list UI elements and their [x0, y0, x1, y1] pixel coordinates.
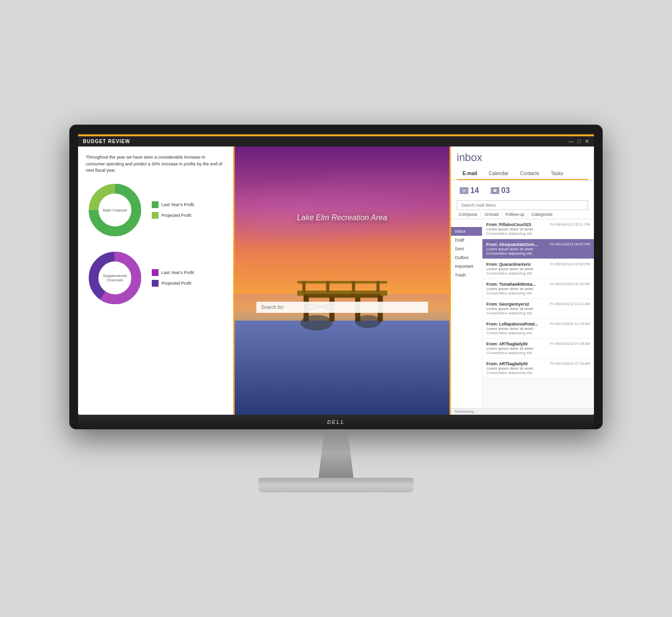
- legend-label-3: Last Year's Profit: [161, 270, 194, 275]
- categorize-button[interactable]: Categorize: [529, 212, 555, 217]
- mail-item[interactable]: From: QuarantineXeric Fri 09/14/2012 03:…: [482, 259, 594, 279]
- mail-preview: Lorem ipsum dolor sit amet: [486, 326, 590, 331]
- mail-body: Consectetur adipiscing elit.: [486, 271, 590, 276]
- mail-date: Fri 09/14/2012 07:28 AM: [550, 361, 590, 366]
- minimize-button[interactable]: —: [568, 138, 574, 145]
- legend-color-3: [152, 269, 159, 276]
- status-bar: Refreshing...: [451, 408, 594, 415]
- svg-rect-14: [297, 281, 387, 283]
- svg-point-19: [300, 315, 332, 330]
- chart1-label: Main Channel: [100, 208, 129, 212]
- mail-search-input[interactable]: [457, 200, 588, 210]
- legend-color-2: [152, 212, 159, 219]
- folder-inbox[interactable]: Inbox: [451, 227, 482, 236]
- folder-sent[interactable]: Sent: [451, 244, 482, 253]
- badge-chat-count: 03: [501, 186, 510, 195]
- inbox-body: Inbox Draft Sent Outbox Important Trash: [451, 219, 594, 408]
- monitor-bottom-bezel: DELL: [78, 415, 594, 429]
- monitor: BUDGET REVIEW — □ ✕ Throughout the year …: [69, 125, 603, 492]
- mail-date: Fri 09/14/2012 04:07 PM: [550, 242, 590, 246]
- svg-rect-15: [302, 281, 305, 292]
- legend-label-2: Projected Profit: [161, 213, 192, 218]
- title-bar-wrapper: BUDGET REVIEW — □ ✕: [78, 133, 594, 146]
- svg-rect-16: [326, 281, 329, 292]
- mail-item[interactable]: From: AbsquatulateOsm... Fri 09/14/2012 …: [482, 239, 594, 259]
- legend-item: Last Year's Profit: [152, 201, 194, 208]
- pier-svg: [278, 227, 407, 348]
- mail-item[interactable]: From: ARTbaglady00 Fri 09/14/2012 07:28 …: [482, 358, 594, 378]
- email-icon: ✉: [460, 187, 468, 194]
- mail-preview: Lorem ipsum dolor sit amet: [486, 307, 590, 311]
- badge-email-count: 14: [470, 186, 479, 195]
- mail-preview: Lorem ipsum dolor sit amet: [486, 247, 590, 251]
- mail-preview: Lorem ipsum dolor sit amet: [486, 346, 590, 351]
- svg-rect-7: [304, 294, 381, 298]
- mail-item[interactable]: From: LollapaloosaPotat... Fri 09/14/201…: [482, 319, 594, 339]
- mail-from: From: TomahawkWoma...: [486, 282, 536, 287]
- nav-calendar[interactable]: Calendar: [483, 168, 514, 179]
- svg-point-20: [355, 315, 381, 328]
- legend-item: Projected Profit: [152, 280, 194, 287]
- legend-color-1: [152, 201, 159, 208]
- mail-item[interactable]: From: TomahawkWoma... Fri 09/14/2012 02:…: [482, 279, 594, 299]
- compose-button[interactable]: Compose: [457, 212, 480, 217]
- inbox-panel: inbox E-mail Calendar Contacts Tasks: [451, 146, 594, 415]
- inbox-nav: E-mail Calendar Contacts Tasks: [457, 168, 588, 180]
- folder-important[interactable]: Important: [451, 262, 482, 271]
- folder-sidebar: Inbox Draft Sent Outbox Important Trash: [451, 219, 482, 408]
- lake-panel: Lake Elm Recreation Area: [233, 146, 451, 415]
- mail-preview: Lorem ipsum dolor sit amet: [486, 267, 590, 271]
- chat-badge: 💬 03: [488, 184, 513, 197]
- chart2-donut: SupplementalChannels: [86, 249, 144, 307]
- legend-item: Projected Profit: [152, 212, 194, 219]
- mail-date: Fri 09/14/2012 07:28 AM: [550, 341, 590, 346]
- chart2-label: SupplementalChannels: [100, 274, 129, 282]
- folder-draft[interactable]: Draft: [451, 236, 482, 244]
- mail-from: From: LollapaloosaPotat...: [486, 322, 538, 326]
- mail-from: From: ARTbaglady00: [486, 361, 528, 366]
- mail-body: Consectetur adipiscing elit.: [486, 351, 590, 355]
- unread-button[interactable]: Unread: [482, 212, 501, 217]
- mail-date: Fri 09/14/2012 02:13 PM: [550, 282, 590, 286]
- lake-search-input[interactable]: [256, 302, 428, 313]
- app-window: BUDGET REVIEW — □ ✕ Throughout the year …: [78, 133, 594, 415]
- inbox-toolbar: ✉ 14 💬 03: [451, 180, 594, 219]
- app-title: BUDGET REVIEW: [83, 139, 130, 144]
- inbox-header: inbox E-mail Calendar Contacts Tasks: [451, 146, 594, 180]
- mail-date: Fri 09/14/2012 11:41 AM: [550, 302, 590, 306]
- chat-icon: 💬: [491, 187, 499, 194]
- mail-date: Fri 09/14/2012 11:19 AM: [550, 322, 590, 326]
- mail-item[interactable]: From: Georgiemyers2 Fri 09/14/2012 11:41…: [482, 299, 594, 319]
- monitor-stand-neck: [307, 429, 365, 478]
- close-button[interactable]: ✕: [585, 138, 589, 145]
- mail-preview: Lorem ipsum dolor sit amet: [486, 287, 590, 291]
- mail-item[interactable]: From: ARTbaglady00 Fri 09/14/2012 07:28 …: [482, 339, 594, 358]
- status-text: Refreshing...: [455, 409, 477, 414]
- nav-email[interactable]: E-mail: [457, 168, 483, 179]
- mail-item[interactable]: From: PillalooCouch23 Fri 09/14/2012 05:…: [482, 219, 594, 239]
- followup-button[interactable]: Follow-up: [504, 212, 527, 217]
- folder-list: Inbox Draft Sent Outbox Important Trash: [451, 223, 482, 283]
- nav-tasks[interactable]: Tasks: [545, 168, 569, 179]
- chart1-legend: Last Year's Profit Projected Profit: [152, 201, 194, 219]
- legend-item: Last Year's Profit: [152, 269, 194, 276]
- monitor-screen: BUDGET REVIEW — □ ✕ Throughout the year …: [78, 133, 594, 415]
- chart2-legend: Last Year's Profit Projected Profit: [152, 269, 194, 287]
- lake-scene: Lake Elm Recreation Area: [235, 146, 449, 415]
- mail-body: Consectetur adipiscing elit.: [486, 371, 590, 375]
- svg-rect-18: [376, 281, 380, 292]
- nav-contacts[interactable]: Contacts: [514, 168, 545, 179]
- lake-title: Lake Elm Recreation Area: [297, 213, 387, 222]
- mail-from: From: Georgiemyers2: [486, 302, 529, 307]
- svg-rect-17: [352, 281, 355, 292]
- budget-description: Throughout the year we have seen a consi…: [86, 154, 225, 174]
- folder-trash[interactable]: Trash: [451, 271, 482, 279]
- mail-body: Consectetur adipiscing elit.: [486, 291, 590, 295]
- legend-color-4: [152, 280, 159, 287]
- mail-body: Consectetur adipiscing elit.: [486, 331, 590, 335]
- folder-outbox[interactable]: Outbox: [451, 253, 482, 262]
- dell-logo: DELL: [327, 419, 345, 425]
- maximize-button[interactable]: □: [577, 138, 581, 145]
- monitor-stand-base: [258, 478, 414, 492]
- email-badge: ✉ 14: [457, 184, 482, 197]
